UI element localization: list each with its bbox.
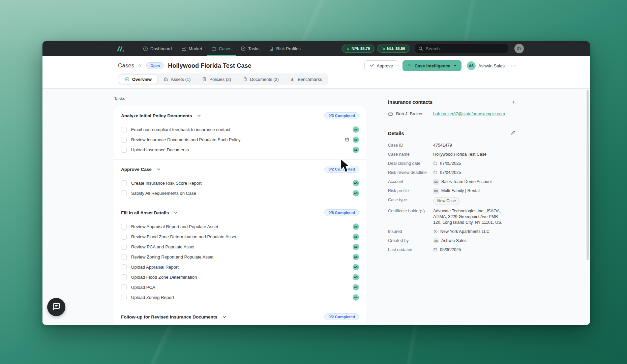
- app-logo[interactable]: [116, 45, 125, 52]
- breadcrumb-cases-link[interactable]: Cases: [118, 62, 134, 69]
- task-label[interactable]: Review PCA and Populate Asset: [131, 244, 195, 249]
- task-label[interactable]: Upload Appraisal Report: [131, 265, 179, 270]
- task-checkbox[interactable]: [121, 274, 127, 280]
- task-checkbox[interactable]: [121, 224, 127, 230]
- task-checkbox[interactable]: [121, 190, 127, 196]
- add-contact-button[interactable]: +: [511, 99, 516, 105]
- task-label[interactable]: Create Insurance Risk Score Report: [131, 181, 202, 186]
- nav-item-market[interactable]: Market: [177, 41, 207, 56]
- detail-row-risk-review-deadline: Risk review deadline 07/04/2025: [388, 170, 516, 176]
- assignee-avatar[interactable]: AS: [353, 254, 359, 260]
- task-checkbox[interactable]: [121, 254, 127, 260]
- chat-widget-button[interactable]: [47, 298, 65, 316]
- task-label[interactable]: Upload Flood Zone Determination: [131, 275, 197, 280]
- detail-label: Risk review deadline: [388, 170, 433, 176]
- nav-avatar-initials: SY: [517, 47, 521, 51]
- task-label[interactable]: Review Flood Zone Determination and Popu…: [131, 234, 236, 239]
- contact-email-link[interactable]: bob.broker87@statefarmexample.com: [433, 112, 505, 116]
- nav-user-avatar[interactable]: SY: [514, 44, 524, 53]
- task-checkbox[interactable]: [121, 284, 127, 290]
- approve-button[interactable]: Approve: [364, 60, 398, 71]
- nav-item-risk-profiles[interactable]: Risk Profiles: [264, 41, 305, 56]
- task-row: Review Flood Zone Determination and Popu…: [121, 232, 359, 242]
- chevron-down-icon[interactable]: [222, 315, 227, 319]
- chevron-down-icon[interactable]: [156, 167, 161, 172]
- app-window: Dashboard Market Cases Tasks: [42, 41, 590, 325]
- task-label[interactable]: Review Appraisal Report and Populate Ass…: [131, 224, 218, 229]
- created-by-name: Ashwin Sales: [441, 238, 467, 244]
- task-row: Review PCA and Populate Asset AS: [121, 242, 359, 252]
- assignee-avatar[interactable]: AS: [353, 147, 359, 153]
- tab-assets[interactable]: Assets (1): [158, 74, 196, 84]
- task-checkbox[interactable]: [121, 127, 127, 132]
- assignee-chip[interactable]: AS Ashwin Sales: [467, 61, 505, 70]
- task-group-header: Fill in all Asset Details 0/8 Completed: [121, 209, 359, 216]
- nli-badge[interactable]: NLI: $6.56: [378, 45, 409, 53]
- detail-row-created-by: Created by AS Ashwin Sales: [388, 238, 516, 244]
- task-checkbox[interactable]: [121, 147, 127, 153]
- task-label[interactable]: Upload Zoning Report: [131, 295, 174, 300]
- file-icon: [243, 77, 247, 82]
- task-checkbox[interactable]: [121, 137, 127, 143]
- task-label[interactable]: Review Insurance Documents and Populate …: [131, 137, 240, 142]
- task-label[interactable]: Email non-compliant feedback to insuranc…: [131, 127, 230, 132]
- nav-item-tasks[interactable]: Tasks: [236, 41, 264, 56]
- progress-badge: 0/2 Completed: [324, 313, 359, 320]
- task-checkbox[interactable]: [121, 180, 127, 186]
- detail-label: Case type: [388, 197, 433, 203]
- tab-benchmarks[interactable]: Benchmarks: [285, 74, 327, 84]
- chevron-down-icon[interactable]: [174, 211, 178, 215]
- search-input[interactable]: [426, 46, 505, 51]
- task-row: Review Insurance Documents and Populate …: [121, 134, 359, 145]
- calendar-icon[interactable]: [345, 137, 349, 142]
- check-circle-icon: [125, 77, 129, 82]
- task-checkbox[interactable]: [121, 295, 127, 300]
- npi-badge[interactable]: NPI: $5.79: [342, 45, 374, 53]
- task-label[interactable]: Review Zoning Report and Populate Asset: [131, 254, 213, 260]
- assignee-avatar[interactable]: AS: [353, 190, 359, 196]
- task-checkbox[interactable]: [121, 244, 127, 250]
- insurance-contacts-title: Insurance contacts: [388, 99, 432, 105]
- edit-details-button[interactable]: [510, 130, 516, 137]
- more-options-button[interactable]: ⋯: [509, 62, 518, 70]
- nav-item-cases[interactable]: Cases: [207, 41, 236, 56]
- task-label[interactable]: Upload PCA: [131, 285, 155, 290]
- page-title: Hollywood Florida Test Case: [168, 62, 251, 69]
- detail-label: Deal closing date: [388, 161, 433, 166]
- assignee-avatar[interactable]: AS: [353, 223, 359, 230]
- tab-label: Assets (1): [171, 77, 191, 82]
- assignee-avatar[interactable]: AS: [353, 234, 359, 240]
- header-actions: Approve Case Intelligence AS Ashwin Sale…: [364, 60, 518, 71]
- assignee-avatar[interactable]: AS: [353, 136, 359, 143]
- assignee-avatar[interactable]: AS: [353, 180, 359, 186]
- detail-row-certificate-holders: Certificate holder(s) Advocate Technolog…: [388, 208, 516, 225]
- assignee-avatar[interactable]: AS: [353, 244, 359, 250]
- task-label[interactable]: Satisfy All Requirements on Case: [131, 191, 196, 196]
- case-intelligence-button[interactable]: Case Intelligence: [402, 60, 461, 71]
- task-row: Review Zoning Report and Populate Asset …: [121, 252, 359, 262]
- nav-item-dashboard[interactable]: Dashboard: [138, 41, 177, 56]
- tab-policies[interactable]: Policies (2): [197, 74, 236, 84]
- tab-overview[interactable]: Overview: [119, 74, 157, 84]
- search-box[interactable]: [415, 44, 508, 53]
- chevron-down-icon[interactable]: [197, 114, 201, 118]
- assignee-avatar[interactable]: AS: [353, 284, 359, 291]
- detail-label: Case ID: [388, 143, 433, 148]
- task-label[interactable]: Upload Insurance Documents: [131, 147, 189, 152]
- assignee-avatar[interactable]: AS: [353, 264, 359, 270]
- task-checkbox[interactable]: [121, 234, 127, 240]
- detail-row-risk-profile: Risk profile MR Multi-Family | Rental: [388, 188, 516, 194]
- search-icon: [418, 46, 423, 51]
- task-row: Email non-compliant feedback to insuranc…: [121, 124, 359, 134]
- vertical-scrollbar[interactable]: [587, 90, 589, 260]
- assignee-avatar[interactable]: AS: [353, 274, 359, 280]
- assignee-avatar[interactable]: AS: [353, 126, 359, 133]
- assignee-avatar[interactable]: AS: [353, 294, 359, 301]
- task-checkbox[interactable]: [121, 264, 127, 270]
- detail-value: SA Sales Team Demo Account: [433, 179, 492, 185]
- task-group-followup-insurance-docs: Follow-up for Revised Insurance Document…: [114, 307, 366, 325]
- tab-documents[interactable]: Documents (2): [237, 74, 284, 84]
- briefcase-icon: [388, 111, 393, 116]
- task-row: Satisfy All Requirements on Case AS: [121, 188, 359, 198]
- progress-badge: 0/8 Completed: [324, 209, 359, 216]
